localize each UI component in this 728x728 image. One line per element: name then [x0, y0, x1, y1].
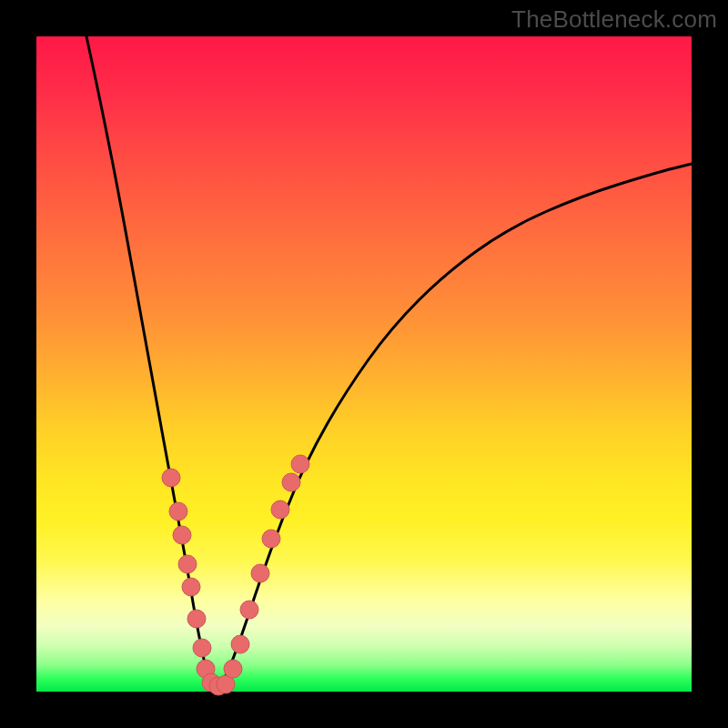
highlight-dot	[224, 660, 242, 678]
watermark-text: TheBottleneck.com	[511, 5, 717, 34]
curve-right-branch	[218, 164, 692, 688]
highlight-dot	[178, 555, 197, 573]
highlight-dot	[262, 530, 280, 548]
curve-layer	[36, 36, 692, 692]
highlight-dot	[162, 469, 180, 487]
highlight-dot	[291, 455, 309, 473]
highlight-dots-group	[162, 455, 309, 695]
highlight-dot	[173, 526, 191, 544]
highlight-dot	[282, 473, 300, 491]
plot-area	[36, 36, 692, 692]
highlight-dot	[231, 635, 249, 653]
highlight-dot	[251, 564, 269, 582]
highlight-dot	[193, 639, 211, 657]
highlight-dot	[187, 610, 206, 628]
highlight-dot	[271, 500, 289, 519]
highlight-dot	[240, 601, 258, 619]
chart-frame: TheBottleneck.com	[0, 0, 728, 728]
highlight-dot	[182, 578, 200, 596]
highlight-dot	[169, 502, 187, 521]
